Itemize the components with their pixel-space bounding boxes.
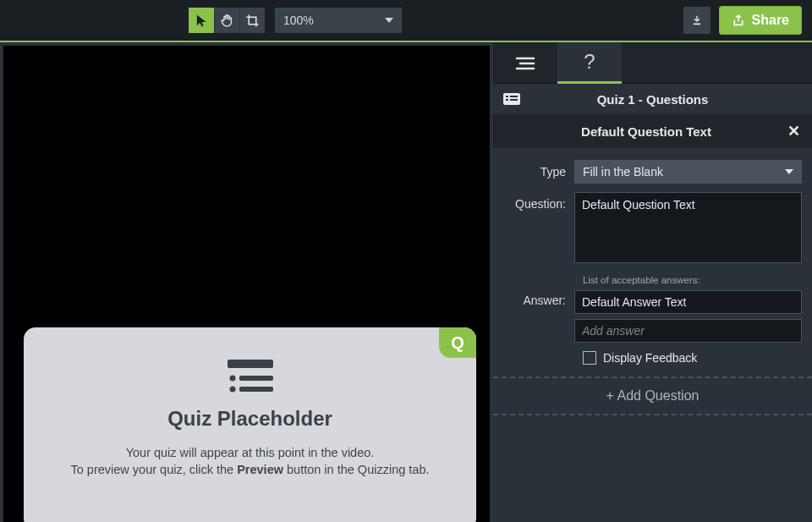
svg-rect-13 bbox=[510, 99, 518, 101]
add-answer-input[interactable] bbox=[574, 319, 802, 343]
hand-tool-button[interactable] bbox=[214, 8, 239, 33]
display-feedback-checkbox[interactable] bbox=[583, 351, 596, 365]
question-form: Type Fill in the Blank Question: List of… bbox=[493, 148, 812, 376]
add-question-button[interactable]: + Add Question bbox=[493, 378, 812, 415]
panel-tabs: ? bbox=[493, 42, 812, 84]
quiz-badge-letter: Q bbox=[451, 333, 464, 353]
question-header: Default Question Text ✕ bbox=[493, 114, 812, 148]
list-icon bbox=[24, 360, 476, 393]
properties-panel: ? Quiz 1 - Questions Default Question Te… bbox=[493, 42, 812, 522]
svg-rect-10 bbox=[506, 96, 508, 97]
quiz-list-icon bbox=[503, 93, 520, 105]
answers-help-text: List of acceptable answers: bbox=[583, 275, 802, 285]
svg-rect-1 bbox=[228, 360, 273, 368]
canvas-area: Q Quiz Placeholder Your quiz will appear… bbox=[0, 42, 493, 522]
svg-rect-3 bbox=[239, 376, 273, 381]
quiz-title-bar: Quiz 1 - Questions bbox=[493, 84, 812, 114]
hand-icon bbox=[220, 14, 234, 28]
top-toolbar: 100% Share bbox=[0, 0, 812, 42]
display-feedback-label: Display Feedback bbox=[603, 351, 697, 365]
svg-point-2 bbox=[229, 376, 235, 382]
type-select[interactable]: Fill in the Blank bbox=[574, 160, 802, 184]
label-answer: Answer: bbox=[503, 290, 574, 307]
share-button[interactable]: Share bbox=[719, 6, 802, 35]
type-selected-value: Fill in the Blank bbox=[583, 165, 663, 179]
svg-rect-5 bbox=[239, 387, 273, 392]
label-type: Type bbox=[503, 160, 574, 179]
outline-icon bbox=[515, 56, 535, 71]
answer-input[interactable] bbox=[574, 290, 802, 314]
share-icon bbox=[732, 14, 745, 27]
pointer-icon bbox=[195, 14, 209, 28]
svg-rect-12 bbox=[506, 99, 508, 101]
download-button[interactable] bbox=[683, 7, 710, 34]
close-question-button[interactable]: ✕ bbox=[787, 122, 800, 140]
quiz-title: Quiz 1 - Questions bbox=[534, 92, 771, 107]
pointer-tool-button[interactable] bbox=[189, 8, 214, 33]
quiz-card-text: Your quiz will appear at this point in t… bbox=[24, 444, 476, 479]
question-mark-icon: ? bbox=[584, 50, 595, 74]
download-icon bbox=[691, 14, 703, 26]
question-text-input[interactable] bbox=[574, 192, 802, 263]
label-question: Question: bbox=[503, 192, 574, 211]
quiz-card-title: Quiz Placeholder bbox=[24, 407, 476, 431]
crop-icon bbox=[245, 14, 260, 28]
svg-point-4 bbox=[229, 387, 235, 393]
tab-question[interactable]: ? bbox=[557, 42, 622, 84]
quiz-badge: Q bbox=[439, 327, 476, 358]
svg-rect-11 bbox=[510, 96, 518, 97]
crop-tool-button[interactable] bbox=[239, 8, 265, 33]
share-label: Share bbox=[752, 13, 789, 28]
quiz-placeholder-card: Q Quiz Placeholder Your quiz will appear… bbox=[24, 327, 476, 522]
chevron-down-icon bbox=[785, 169, 793, 174]
svg-rect-0 bbox=[693, 24, 700, 25]
zoom-value: 100% bbox=[283, 14, 314, 27]
zoom-select[interactable]: 100% bbox=[275, 8, 402, 33]
chevron-down-icon bbox=[385, 18, 393, 23]
tab-outline[interactable] bbox=[493, 42, 557, 84]
question-header-title: Default Question Text bbox=[505, 124, 787, 139]
